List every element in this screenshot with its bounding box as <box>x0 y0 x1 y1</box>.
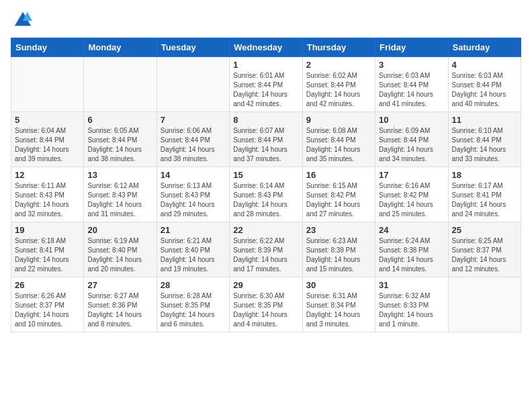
day-number: 22 <box>233 225 298 235</box>
calendar-cell: 30Sunrise: 6:31 AM Sunset: 8:34 PM Dayli… <box>302 277 375 332</box>
calendar-cell: 10Sunrise: 6:09 AM Sunset: 8:44 PM Dayli… <box>375 112 448 167</box>
day-info: Sunrise: 6:30 AM Sunset: 8:35 PM Dayligh… <box>233 291 298 329</box>
calendar-cell: 5Sunrise: 6:04 AM Sunset: 8:44 PM Daylig… <box>11 112 84 167</box>
day-number: 12 <box>15 170 80 180</box>
calendar-cell <box>157 57 229 112</box>
day-info: Sunrise: 6:25 AM Sunset: 8:37 PM Dayligh… <box>452 236 517 274</box>
day-number: 9 <box>306 115 371 125</box>
day-number: 28 <box>161 280 226 290</box>
day-number: 19 <box>15 225 80 235</box>
day-info: Sunrise: 6:26 AM Sunset: 8:37 PM Dayligh… <box>15 291 80 329</box>
day-number: 21 <box>161 225 226 235</box>
day-info: Sunrise: 6:06 AM Sunset: 8:44 PM Dayligh… <box>161 126 226 164</box>
day-number: 23 <box>306 225 371 235</box>
day-number: 31 <box>379 280 444 290</box>
day-info: Sunrise: 6:32 AM Sunset: 8:33 PM Dayligh… <box>379 291 444 329</box>
calendar-cell: 28Sunrise: 6:28 AM Sunset: 8:35 PM Dayli… <box>157 277 229 332</box>
calendar-cell <box>11 57 84 112</box>
day-number: 15 <box>233 170 298 180</box>
logo-inner <box>11 11 32 30</box>
logo <box>11 11 32 30</box>
day-number: 24 <box>379 225 444 235</box>
day-info: Sunrise: 6:28 AM Sunset: 8:35 PM Dayligh… <box>161 291 226 329</box>
calendar-cell <box>84 57 157 112</box>
calendar-cell: 13Sunrise: 6:12 AM Sunset: 8:43 PM Dayli… <box>84 167 157 222</box>
day-number: 3 <box>379 60 444 70</box>
day-info: Sunrise: 6:11 AM Sunset: 8:43 PM Dayligh… <box>15 181 80 219</box>
day-info: Sunrise: 6:10 AM Sunset: 8:44 PM Dayligh… <box>452 126 517 164</box>
day-info: Sunrise: 6:18 AM Sunset: 8:41 PM Dayligh… <box>15 236 80 274</box>
weekday-header-monday: Monday <box>84 38 157 57</box>
calendar-week-3: 12Sunrise: 6:11 AM Sunset: 8:43 PM Dayli… <box>11 167 521 222</box>
day-number: 17 <box>379 170 444 180</box>
header <box>11 11 521 30</box>
day-number: 13 <box>87 170 152 180</box>
day-info: Sunrise: 6:21 AM Sunset: 8:40 PM Dayligh… <box>161 236 226 274</box>
day-info: Sunrise: 6:23 AM Sunset: 8:39 PM Dayligh… <box>306 236 371 274</box>
calendar-week-5: 26Sunrise: 6:26 AM Sunset: 8:37 PM Dayli… <box>11 277 521 332</box>
calendar-cell: 21Sunrise: 6:21 AM Sunset: 8:40 PM Dayli… <box>157 222 229 277</box>
calendar-cell: 9Sunrise: 6:08 AM Sunset: 8:44 PM Daylig… <box>302 112 375 167</box>
day-info: Sunrise: 6:12 AM Sunset: 8:43 PM Dayligh… <box>87 181 152 219</box>
day-number: 18 <box>452 170 517 180</box>
day-info: Sunrise: 6:24 AM Sunset: 8:38 PM Dayligh… <box>379 236 444 274</box>
calendar-cell: 11Sunrise: 6:10 AM Sunset: 8:44 PM Dayli… <box>448 112 521 167</box>
day-info: Sunrise: 6:31 AM Sunset: 8:34 PM Dayligh… <box>306 291 371 329</box>
calendar-week-1: 1Sunrise: 6:01 AM Sunset: 8:44 PM Daylig… <box>11 57 521 112</box>
day-info: Sunrise: 6:13 AM Sunset: 8:43 PM Dayligh… <box>161 181 226 219</box>
calendar-table: SundayMondayTuesdayWednesdayThursdayFrid… <box>11 38 521 332</box>
day-info: Sunrise: 6:05 AM Sunset: 8:44 PM Dayligh… <box>87 126 152 164</box>
day-info: Sunrise: 6:19 AM Sunset: 8:40 PM Dayligh… <box>87 236 152 274</box>
page-container: SundayMondayTuesdayWednesdayThursdayFrid… <box>0 0 532 339</box>
calendar-cell: 3Sunrise: 6:03 AM Sunset: 8:44 PM Daylig… <box>375 57 448 112</box>
day-number: 25 <box>452 225 517 235</box>
day-info: Sunrise: 6:27 AM Sunset: 8:36 PM Dayligh… <box>87 291 152 329</box>
weekday-header-saturday: Saturday <box>448 38 521 57</box>
day-number: 6 <box>87 115 152 125</box>
day-number: 16 <box>306 170 371 180</box>
calendar-cell: 31Sunrise: 6:32 AM Sunset: 8:33 PM Dayli… <box>375 277 448 332</box>
logo-icon <box>13 11 32 30</box>
calendar-header-row: SundayMondayTuesdayWednesdayThursdayFrid… <box>11 38 521 57</box>
day-number: 8 <box>233 115 298 125</box>
calendar-cell: 22Sunrise: 6:22 AM Sunset: 8:39 PM Dayli… <box>230 222 302 277</box>
day-info: Sunrise: 6:03 AM Sunset: 8:44 PM Dayligh… <box>452 71 517 109</box>
calendar-cell: 27Sunrise: 6:27 AM Sunset: 8:36 PM Dayli… <box>84 277 157 332</box>
day-info: Sunrise: 6:02 AM Sunset: 8:44 PM Dayligh… <box>306 71 371 109</box>
calendar-cell: 1Sunrise: 6:01 AM Sunset: 8:44 PM Daylig… <box>230 57 302 112</box>
calendar-cell: 16Sunrise: 6:15 AM Sunset: 8:42 PM Dayli… <box>302 167 375 222</box>
calendar-cell: 19Sunrise: 6:18 AM Sunset: 8:41 PM Dayli… <box>11 222 84 277</box>
weekday-header-thursday: Thursday <box>302 38 375 57</box>
day-info: Sunrise: 6:17 AM Sunset: 8:41 PM Dayligh… <box>452 181 517 219</box>
day-number: 27 <box>87 280 152 290</box>
calendar-cell: 14Sunrise: 6:13 AM Sunset: 8:43 PM Dayli… <box>157 167 229 222</box>
calendar-cell: 6Sunrise: 6:05 AM Sunset: 8:44 PM Daylig… <box>84 112 157 167</box>
day-info: Sunrise: 6:09 AM Sunset: 8:44 PM Dayligh… <box>379 126 444 164</box>
day-number: 5 <box>15 115 80 125</box>
calendar-cell: 20Sunrise: 6:19 AM Sunset: 8:40 PM Dayli… <box>84 222 157 277</box>
weekday-header-sunday: Sunday <box>11 38 84 57</box>
day-info: Sunrise: 6:07 AM Sunset: 8:44 PM Dayligh… <box>233 126 298 164</box>
day-number: 26 <box>15 280 80 290</box>
weekday-header-tuesday: Tuesday <box>157 38 229 57</box>
day-number: 11 <box>452 115 517 125</box>
day-info: Sunrise: 6:04 AM Sunset: 8:44 PM Dayligh… <box>15 126 80 164</box>
calendar-cell: 8Sunrise: 6:07 AM Sunset: 8:44 PM Daylig… <box>230 112 302 167</box>
calendar-cell: 4Sunrise: 6:03 AM Sunset: 8:44 PM Daylig… <box>448 57 521 112</box>
calendar-cell: 12Sunrise: 6:11 AM Sunset: 8:43 PM Dayli… <box>11 167 84 222</box>
day-number: 7 <box>161 115 226 125</box>
day-number: 2 <box>306 60 371 70</box>
day-number: 1 <box>233 60 298 70</box>
day-number: 30 <box>306 280 371 290</box>
day-number: 10 <box>379 115 444 125</box>
calendar-cell: 29Sunrise: 6:30 AM Sunset: 8:35 PM Dayli… <box>230 277 302 332</box>
weekday-header-friday: Friday <box>375 38 448 57</box>
calendar-cell: 18Sunrise: 6:17 AM Sunset: 8:41 PM Dayli… <box>448 167 521 222</box>
day-number: 4 <box>452 60 517 70</box>
calendar-cell: 7Sunrise: 6:06 AM Sunset: 8:44 PM Daylig… <box>157 112 229 167</box>
calendar-cell: 24Sunrise: 6:24 AM Sunset: 8:38 PM Dayli… <box>375 222 448 277</box>
day-number: 20 <box>87 225 152 235</box>
calendar-cell: 25Sunrise: 6:25 AM Sunset: 8:37 PM Dayli… <box>448 222 521 277</box>
day-info: Sunrise: 6:16 AM Sunset: 8:42 PM Dayligh… <box>379 181 444 219</box>
day-info: Sunrise: 6:08 AM Sunset: 8:44 PM Dayligh… <box>306 126 371 164</box>
